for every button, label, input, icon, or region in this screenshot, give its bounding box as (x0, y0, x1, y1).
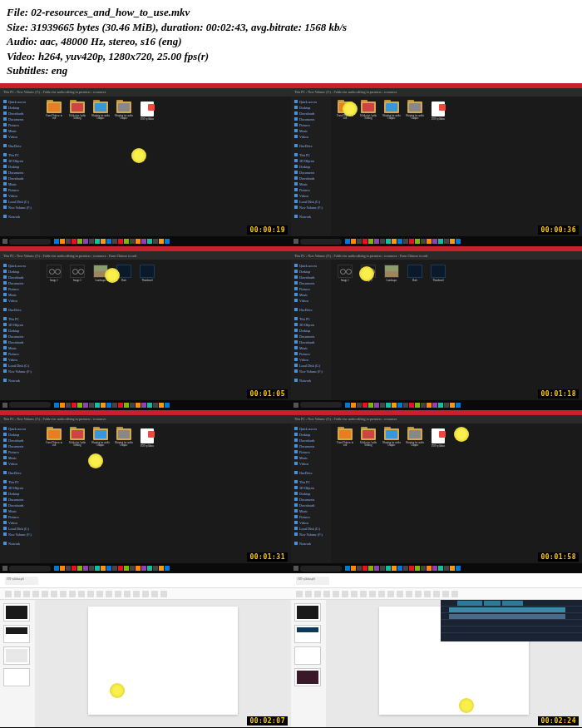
taskbar-app-icon[interactable] (386, 403, 391, 408)
sidebar-item[interactable]: Local Disk (C:) (293, 363, 328, 368)
sidebar-item[interactable]: Desktop (293, 165, 328, 170)
sidebar-item[interactable]: Music (293, 182, 328, 187)
toolbar-button[interactable] (351, 591, 358, 597)
taskbar-app-icon[interactable] (415, 403, 420, 408)
sidebar-item[interactable]: This PC (2, 153, 37, 158)
sidebar-item[interactable]: Videos (2, 135, 37, 140)
sidebar-item[interactable]: Downloads (2, 275, 37, 280)
taskbar-app-icon[interactable] (363, 566, 367, 571)
sidebar-item[interactable]: This PC (293, 316, 328, 321)
taskbar-app-icon[interactable] (72, 566, 76, 571)
toolbar-button[interactable] (14, 591, 21, 597)
pdf-tab[interactable]: PDF syllabus.pdf (5, 577, 38, 585)
sidebar-item[interactable]: Network (2, 215, 37, 220)
taskbar-app-icon[interactable] (450, 566, 455, 571)
taskbar-app-icon[interactable] (130, 566, 135, 571)
taskbar-app-icon[interactable] (421, 239, 426, 244)
sidebar-item[interactable]: Local Disk (C:) (2, 363, 37, 368)
sidebar-item[interactable]: This PC (2, 316, 37, 321)
taskbar-app-icon[interactable] (374, 239, 379, 244)
taskbar-app-icon[interactable] (159, 566, 164, 571)
sidebar-item[interactable]: Music (2, 292, 37, 297)
sidebar-item[interactable]: Videos (2, 521, 37, 526)
taskbar-app-icon[interactable] (363, 239, 367, 244)
folder-item[interactable]: Warping for audio chapter (382, 428, 401, 448)
taskbar-app-icon[interactable] (147, 403, 152, 408)
taskbar-app-icon[interactable] (124, 403, 129, 408)
page-thumb[interactable] (294, 625, 321, 643)
sidebar-item[interactable]: Music (2, 456, 37, 461)
toolbar-button[interactable] (424, 591, 431, 597)
taskbar-app-icon[interactable] (438, 239, 443, 244)
page-thumb[interactable] (3, 646, 30, 665)
sidebar-item[interactable]: Downloads (293, 438, 328, 443)
taskbar-app-icon[interactable] (89, 403, 94, 408)
sidebar-item[interactable]: Videos (293, 521, 328, 526)
taskbar-app-icon[interactable] (153, 566, 158, 571)
taskbar-app-icon[interactable] (444, 403, 449, 408)
start-button[interactable] (2, 239, 7, 244)
sidebar-item[interactable]: New Volume (F:) (2, 369, 37, 374)
taskbar-app-icon[interactable] (136, 403, 141, 408)
sidebar-item[interactable]: Network (2, 542, 37, 547)
sidebar-item[interactable]: Downloads (293, 176, 328, 181)
toolbar-button[interactable] (415, 591, 422, 597)
folder-item[interactable]: From Chinese to end (45, 102, 63, 121)
taskbar-app-icon[interactable] (77, 239, 82, 244)
taskbar-app-icon[interactable] (421, 403, 426, 408)
sidebar-item[interactable]: Desktop (2, 165, 37, 170)
taskbar-app-icon[interactable] (351, 403, 356, 408)
sidebar-item[interactable]: Desktop (2, 106, 37, 111)
taskbar-app-icon[interactable] (60, 403, 65, 408)
sidebar-item[interactable]: New Volume (F:) (293, 532, 328, 537)
taskbar-app-icon[interactable] (450, 239, 455, 244)
taskbar-app-icon[interactable] (83, 403, 88, 408)
taskbar-app-icon[interactable] (72, 403, 76, 408)
taskbar-app-icon[interactable] (95, 403, 100, 408)
page-thumb[interactable] (294, 603, 321, 622)
sidebar-item[interactable]: Downloads (293, 339, 328, 344)
folder-item[interactable]: Warping for audio chapter (406, 428, 424, 448)
sidebar-item[interactable]: 3D Objects (293, 159, 328, 164)
toolbar-button[interactable] (314, 591, 321, 597)
sidebar-item[interactable]: Documents (293, 444, 328, 449)
toolbar-button[interactable] (305, 591, 312, 597)
taskbar-app-icon[interactable] (89, 566, 94, 571)
sidebar-item[interactable]: Local Disk (C:) (2, 527, 37, 532)
toolbar-button[interactable] (378, 591, 385, 597)
taskbar-app-icon[interactable] (456, 403, 461, 408)
folder-item[interactable]: Folder for Audio Editing (359, 102, 377, 121)
sidebar-item[interactable]: Music (2, 129, 37, 134)
taskbar-app-icon[interactable] (368, 239, 373, 244)
sidebar-item[interactable]: This PC (2, 480, 37, 485)
toolbar-button[interactable] (5, 591, 12, 597)
taskbar-app-icon[interactable] (421, 566, 426, 571)
toolbar-button[interactable] (23, 591, 30, 597)
toolbar-button[interactable] (124, 591, 131, 597)
taskbar-app-icon[interactable] (77, 403, 82, 408)
sidebar-item[interactable]: Music (2, 345, 37, 350)
taskbar-app-icon[interactable] (397, 403, 402, 408)
taskbar-app-icon[interactable] (403, 403, 408, 408)
sidebar-item[interactable]: 3D Objects (293, 322, 328, 327)
file-item[interactable]: Image 1 (336, 265, 354, 282)
toolbar-button[interactable] (69, 591, 76, 597)
taskbar-app-icon[interactable] (380, 566, 385, 571)
sidebar-item[interactable]: OneDrive (2, 307, 37, 312)
taskbar-app-icon[interactable] (130, 403, 135, 408)
file-item[interactable]: Image 2 (68, 265, 86, 282)
folder-item[interactable]: Warping for audio chapter (115, 102, 133, 121)
taskbar-app-icon[interactable] (112, 566, 117, 571)
sidebar-item[interactable]: Videos (2, 462, 37, 467)
taskbar-app-icon[interactable] (357, 239, 362, 244)
taskbar-app-icon[interactable] (106, 403, 111, 408)
sidebar-item[interactable]: Downloads (2, 438, 37, 443)
file-item[interactable]: Dark (406, 265, 424, 282)
folder-item[interactable]: Folder for Audio Editing (68, 428, 86, 448)
sidebar-item[interactable]: Quick access (2, 263, 37, 268)
sidebar-item[interactable]: Local Disk (C:) (293, 200, 328, 205)
file-item[interactable]: Image 1 (45, 265, 63, 282)
taskbar-app-icon[interactable] (427, 239, 432, 244)
taskbar-app-icon[interactable] (368, 403, 373, 408)
taskbar-app-icon[interactable] (380, 403, 385, 408)
